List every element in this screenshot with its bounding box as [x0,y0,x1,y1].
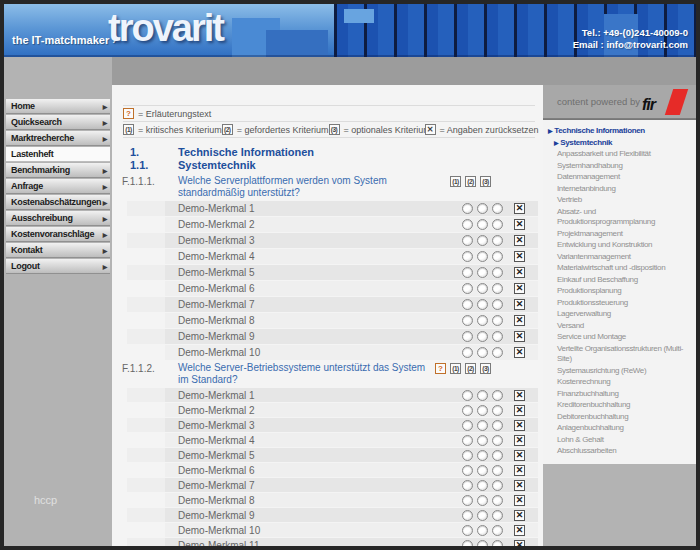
category-nav-item[interactable]: Verteilte Organisationsstrukturen (Multi… [543,344,694,365]
radio-option-2[interactable] [477,540,488,547]
radio-option-2[interactable] [477,420,488,431]
category-nav-item[interactable]: Versand [543,321,694,332]
sidebar-menu-item[interactable]: Ausschreibung [6,211,110,226]
category-nav-item[interactable]: Entwicklung und Konstruktion [543,240,694,251]
radio-option-1[interactable] [462,331,473,342]
reset-icon[interactable] [514,299,525,310]
radio-option-1[interactable] [462,299,473,310]
radio-option-3[interactable] [492,480,503,491]
radio-option-2[interactable] [477,331,488,342]
category-nav-item[interactable]: Materialwirtschaft und -disposition [543,263,694,274]
reset-icon[interactable] [514,235,525,246]
category-nav-item[interactable]: Produktionsplanung [543,286,694,297]
radio-option-3[interactable] [492,540,503,547]
reset-icon[interactable] [514,203,525,214]
radio-option-3[interactable] [492,331,503,342]
sidebar-menu-item[interactable]: Marktrecherche [6,131,110,146]
radio-option-2[interactable] [477,219,488,230]
radio-option-2[interactable] [477,267,488,278]
radio-option-1[interactable] [462,315,473,326]
radio-option-2[interactable] [477,299,488,310]
radio-option-2[interactable] [477,347,488,358]
radio-option-1[interactable] [462,525,473,536]
sidebar-menu-item[interactable]: Home [6,99,110,114]
reset-icon[interactable] [514,405,525,416]
radio-option-3[interactable] [492,235,503,246]
sidebar-menu-item[interactable]: Benchmarking [6,163,110,178]
radio-option-2[interactable] [477,450,488,461]
radio-option-3[interactable] [492,251,503,262]
reset-icon[interactable] [514,540,525,547]
radio-option-2[interactable] [477,315,488,326]
sidebar-menu-item[interactable]: Quicksearch [6,115,110,130]
category-nav-item[interactable]: Lohn & Gehalt [543,435,694,446]
radio-option-1[interactable] [462,495,473,506]
radio-option-3[interactable] [492,495,503,506]
category-nav-item[interactable]: Vertrieb [543,195,694,206]
radio-option-1[interactable] [462,450,473,461]
radio-option-2[interactable] [477,283,488,294]
radio-option-2[interactable] [477,235,488,246]
radio-option-1[interactable] [462,465,473,476]
radio-option-1[interactable] [462,540,473,547]
reset-icon[interactable] [514,420,525,431]
radio-option-2[interactable] [477,495,488,506]
reset-icon[interactable] [514,480,525,491]
sidebar-menu-item[interactable]: Kostenabschätzungen [6,195,110,210]
radio-option-3[interactable] [492,420,503,431]
radio-option-3[interactable] [492,347,503,358]
radio-option-3[interactable] [492,450,503,461]
radio-option-1[interactable] [462,480,473,491]
radio-option-1[interactable] [462,283,473,294]
reset-icon[interactable] [514,315,525,326]
radio-option-1[interactable] [462,219,473,230]
radio-option-3[interactable] [492,283,503,294]
category-nav-item[interactable]: Datenmanagement [543,172,694,183]
sidebar-menu-item[interactable]: Logout [6,259,110,274]
category-nav-item[interactable]: Einkauf und Beschaffung [543,275,694,286]
reset-icon[interactable] [514,251,525,262]
category-nav-item[interactable]: Anpassbarkeit und Flexibilität [543,149,694,160]
reset-icon[interactable] [514,331,525,342]
reset-icon[interactable] [514,450,525,461]
category-nav-item[interactable]: Kreditorenbuchhaltung [543,400,694,411]
radio-option-1[interactable] [462,435,473,446]
category-nav-item[interactable]: Lagerverwaltung [543,309,694,320]
radio-option-3[interactable] [492,525,503,536]
radio-option-1[interactable] [462,251,473,262]
radio-option-3[interactable] [492,219,503,230]
sidebar-menu-item[interactable]: Lastenheft [6,147,110,162]
radio-option-3[interactable] [492,510,503,521]
radio-option-2[interactable] [477,480,488,491]
category-nav-item[interactable]: Projektmanagement [543,229,694,240]
category-nav-item[interactable]: Variantenmanagement [543,252,694,263]
category-nav-item[interactable]: Absatz- und Produktionsprogrammplanung [543,207,694,228]
reset-icon[interactable] [514,219,525,230]
reset-icon[interactable] [514,283,525,294]
category-nav-item[interactable]: Internetanbindung [543,184,694,195]
reset-icon[interactable] [514,510,525,521]
radio-option-2[interactable] [477,203,488,214]
category-nav-item[interactable]: Produktionssteuerung [543,298,694,309]
radio-option-1[interactable] [462,203,473,214]
category-nav-item[interactable]: Finanzbuchhaltung [543,389,694,400]
category-nav-item[interactable]: Systemausrichtung (ReWe) [543,366,694,377]
reset-icon[interactable] [514,465,525,476]
info-icon[interactable]: ? [435,363,446,374]
sidebar-menu-item[interactable]: Anfrage [6,179,110,194]
radio-option-3[interactable] [492,299,503,310]
radio-option-2[interactable] [477,525,488,536]
radio-option-1[interactable] [462,235,473,246]
reset-icon[interactable] [514,495,525,506]
radio-option-3[interactable] [492,267,503,278]
radio-option-2[interactable] [477,465,488,476]
radio-option-1[interactable] [462,267,473,278]
category-nav-item[interactable]: Technische Informationen [543,126,694,137]
radio-option-1[interactable] [462,390,473,401]
radio-option-3[interactable] [492,315,503,326]
reset-icon[interactable] [514,525,525,536]
radio-option-1[interactable] [462,510,473,521]
reset-icon[interactable] [514,390,525,401]
radio-option-3[interactable] [492,390,503,401]
radio-option-1[interactable] [462,347,473,358]
